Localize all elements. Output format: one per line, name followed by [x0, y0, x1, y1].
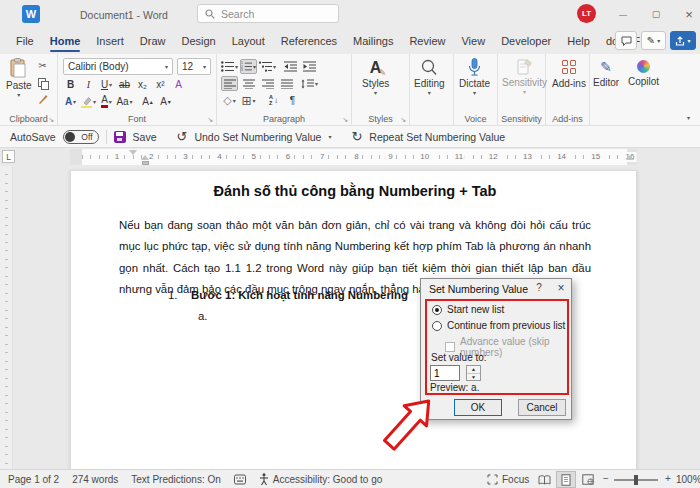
- radio-unselected-icon[interactable]: [432, 321, 442, 331]
- tab-selector[interactable]: L: [2, 150, 15, 163]
- addins-button[interactable]: Add-ins: [552, 60, 586, 89]
- increase-indent-button[interactable]: [301, 59, 318, 74]
- dialog-close-button[interactable]: ×: [553, 281, 569, 295]
- underline-button[interactable]: U: [98, 77, 115, 92]
- user-avatar[interactable]: LT: [577, 4, 596, 23]
- numbering-button[interactable]: 123: [240, 59, 257, 74]
- dialog-launcher-icon[interactable]: [400, 116, 406, 124]
- bullets-button[interactable]: [221, 59, 238, 74]
- word-count[interactable]: 274 words: [72, 474, 118, 485]
- read-mode-button[interactable]: [534, 471, 554, 488]
- font-name-select[interactable]: Calibri (Body): [63, 58, 173, 75]
- show-formatting-button[interactable]: ¶: [284, 93, 301, 108]
- undo-label[interactable]: Undo Set Numbering Value: [194, 131, 321, 143]
- accessibility-status[interactable]: Accessibility: Good to go: [259, 473, 383, 486]
- hanging-indent-marker[interactable]: [141, 155, 149, 160]
- align-right-button[interactable]: [259, 76, 276, 91]
- dictate-button[interactable]: Dictate: [459, 58, 490, 96]
- format-painter-button[interactable]: [34, 92, 51, 107]
- continue-previous-list-option[interactable]: Continue from previous list: [432, 320, 565, 331]
- maximize-icon[interactable]: [645, 5, 667, 23]
- tab-layout[interactable]: Layout: [224, 30, 273, 53]
- web-layout-button[interactable]: [578, 471, 598, 488]
- text-predictions[interactable]: Text Predictions: On: [131, 474, 220, 485]
- text-effects-button[interactable]: A: [62, 94, 79, 109]
- copy-button[interactable]: [34, 75, 51, 90]
- editor-button[interactable]: ✎ Editor: [593, 60, 619, 88]
- styles-button[interactable]: A✎ Styles: [362, 59, 389, 96]
- ok-button[interactable]: OK: [454, 399, 502, 416]
- tab-review[interactable]: Review: [401, 30, 453, 53]
- justify-button[interactable]: [278, 76, 295, 91]
- align-center-button[interactable]: [240, 76, 257, 91]
- change-case-button[interactable]: Aa: [116, 94, 133, 109]
- tab-draw[interactable]: Draw: [132, 30, 174, 53]
- value-spinner[interactable]: ▲ ▼: [466, 365, 481, 381]
- superscript-button[interactable]: x²: [152, 77, 169, 92]
- line-spacing-button[interactable]: [301, 76, 318, 91]
- font-color-button[interactable]: A: [98, 94, 115, 109]
- shading-button[interactable]: ◇: [221, 93, 238, 108]
- set-value-input[interactable]: [430, 365, 460, 381]
- dialog-launcher-icon[interactable]: [342, 116, 348, 124]
- first-line-indent-marker[interactable]: [129, 150, 137, 155]
- grow-font-button[interactable]: A▴: [139, 94, 156, 109]
- search-input[interactable]: Search: [197, 4, 339, 23]
- tab-view[interactable]: View: [453, 30, 493, 53]
- tab-mailings[interactable]: Mailings: [345, 30, 401, 53]
- dialog-launcher-icon[interactable]: [48, 116, 54, 124]
- copilot-button[interactable]: Copilot: [628, 60, 659, 87]
- shrink-font-button[interactable]: A▾: [157, 94, 174, 109]
- chevron-down-icon[interactable]: [328, 134, 331, 140]
- minimize-icon[interactable]: [612, 5, 634, 23]
- radio-selected-icon[interactable]: [432, 305, 442, 315]
- repeat-icon[interactable]: [351, 129, 362, 144]
- start-new-list-option[interactable]: Start new list: [432, 304, 504, 315]
- tab-developer[interactable]: Developer: [493, 30, 559, 53]
- bold-button[interactable]: B: [62, 77, 79, 92]
- close-icon[interactable]: [678, 5, 700, 23]
- decrease-indent-button[interactable]: [282, 59, 299, 74]
- strikethrough-button[interactable]: ab: [116, 77, 133, 92]
- cut-button[interactable]: [34, 58, 51, 73]
- zoom-level[interactable]: 100%: [676, 474, 700, 485]
- save-icon[interactable]: [114, 131, 126, 143]
- multilevel-list-button[interactable]: [259, 59, 276, 74]
- tab-insert[interactable]: Insert: [88, 30, 132, 53]
- cancel-button[interactable]: Cancel: [518, 399, 566, 416]
- tab-help[interactable]: Help: [559, 30, 598, 53]
- subscript-button[interactable]: x₂: [134, 77, 151, 92]
- autosave-toggle[interactable]: Off: [63, 130, 99, 144]
- dialog-launcher-icon[interactable]: [207, 116, 213, 124]
- text-predictions-icon[interactable]: [234, 474, 246, 485]
- font-size-select[interactable]: 12: [177, 58, 211, 75]
- tab-file[interactable]: File: [8, 30, 42, 53]
- zoom-out-button[interactable]: −: [600, 473, 612, 484]
- align-left-button[interactable]: [221, 76, 238, 91]
- right-indent-marker[interactable]: [626, 155, 634, 160]
- clear-formatting-button[interactable]: A: [170, 77, 187, 92]
- comments-button[interactable]: [615, 31, 637, 50]
- repeat-label[interactable]: Repeat Set Numbering Value: [369, 131, 505, 143]
- collapse-ribbon-icon[interactable]: [687, 115, 690, 121]
- zoom-in-button[interactable]: +: [662, 473, 674, 484]
- borders-button[interactable]: ⊞: [240, 93, 257, 108]
- italic-button[interactable]: I: [80, 77, 97, 92]
- paste-button[interactable]: Paste: [6, 58, 32, 98]
- tab-home[interactable]: Home: [42, 30, 89, 53]
- editing-mode-button[interactable]: ✎: [641, 31, 666, 50]
- share-button[interactable]: [670, 31, 696, 50]
- tab-references[interactable]: References: [273, 30, 345, 53]
- spinner-down-icon[interactable]: ▼: [467, 374, 480, 381]
- sort-button[interactable]: AZ ↓: [265, 93, 282, 108]
- dialog-help-button[interactable]: ?: [531, 282, 547, 293]
- zoom-slider-thumb[interactable]: [634, 475, 638, 485]
- highlight-color-button[interactable]: [80, 94, 97, 109]
- undo-icon[interactable]: [176, 129, 187, 144]
- print-layout-button[interactable]: [556, 471, 576, 488]
- tab-design[interactable]: Design: [173, 30, 223, 53]
- left-indent-marker[interactable]: [142, 161, 149, 165]
- page-indicator[interactable]: Page 1 of 2: [8, 474, 59, 485]
- focus-button[interactable]: Focus: [487, 470, 529, 488]
- spinner-up-icon[interactable]: ▲: [467, 366, 480, 374]
